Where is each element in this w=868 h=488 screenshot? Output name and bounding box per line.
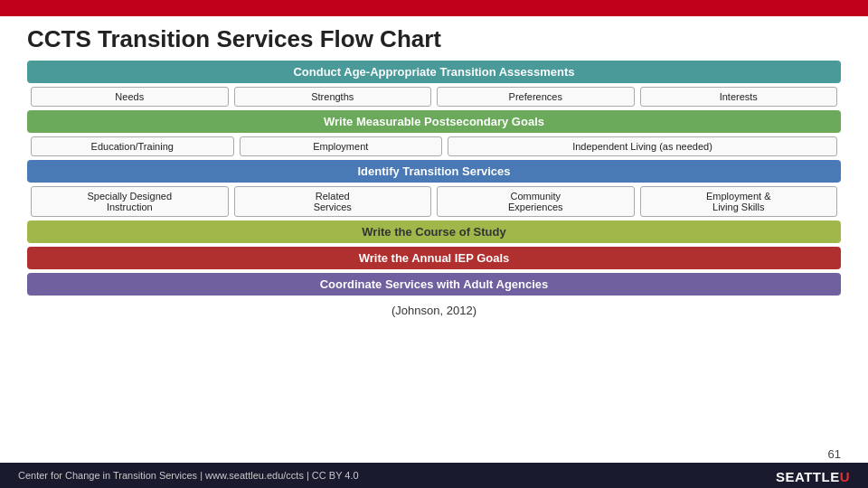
row1-header: Conduct Age-Appropriate Transition Asses… xyxy=(27,61,841,83)
sub-item-interests: Interests xyxy=(640,87,838,107)
row5-header: Write the Annual IEP Goals xyxy=(27,247,841,269)
sub-item-needs: Needs xyxy=(31,87,229,107)
footer-text: Center for Change in Transition Services… xyxy=(18,470,359,481)
seattle-u-logo: SEATTLEU xyxy=(776,469,850,484)
row3-subitems: Specially Designed Instruction Related S… xyxy=(27,186,841,217)
row4-header: Write the Course of Study xyxy=(27,221,841,243)
row2-header: Write Measurable Postsecondary Goals xyxy=(27,110,841,133)
page-number: 61 xyxy=(828,447,841,461)
sub-item-community: Community Experiences xyxy=(437,186,635,217)
row3-header: Identify Transition Services xyxy=(27,160,841,183)
sub-item-related-services: Related Services xyxy=(234,186,432,217)
row2-subitems: Education/Training Employment Independen… xyxy=(27,136,841,156)
page-title: CCTS Transition Services Flow Chart xyxy=(0,16,868,61)
logo-suffix: U xyxy=(840,469,850,484)
top-bar xyxy=(0,0,868,16)
sub-item-sdi: Specially Designed Instruction xyxy=(31,186,229,217)
sub-item-preferences: Preferences xyxy=(437,87,635,107)
row1-subitems: Needs Strengths Preferences Interests xyxy=(27,87,841,107)
sub-item-employment-living: Employment & Living Skills xyxy=(640,186,838,217)
sub-item-education: Education/Training xyxy=(31,136,234,156)
sub-item-strengths: Strengths xyxy=(234,87,432,107)
row6-header: Coordinate Services with Adult Agencies xyxy=(27,273,841,296)
logo-text: SEATTLE xyxy=(776,469,840,484)
sub-item-employment: Employment xyxy=(240,136,443,156)
sub-item-independent-living: Independent Living (as needed) xyxy=(448,136,837,156)
flow-chart: Conduct Age-Appropriate Transition Asses… xyxy=(0,61,868,296)
reference-text: (Johnson, 2012) xyxy=(0,301,868,319)
footer-bar: Center for Change in Transition Services… xyxy=(0,463,868,488)
